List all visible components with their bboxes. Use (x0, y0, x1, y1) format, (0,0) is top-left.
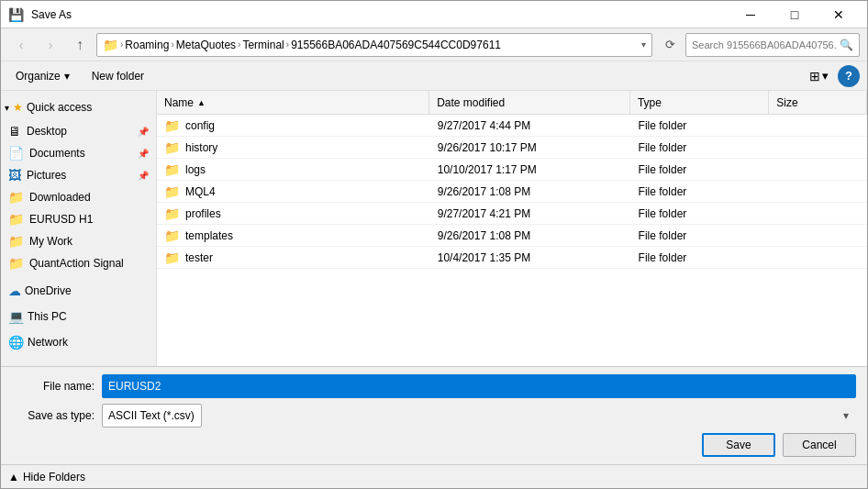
new-folder-button[interactable]: New folder (84, 65, 151, 87)
file-size (770, 225, 867, 246)
file-rows-container: 📁 config 9/27/2017 4:44 PM File folder 📁… (157, 115, 867, 269)
help-button[interactable]: ? (838, 65, 860, 87)
filename-label: File name: (12, 380, 95, 393)
col-header-size[interactable]: Size (769, 91, 867, 114)
close-button[interactable]: ✕ (818, 1, 860, 28)
title-bar-left: 💾 Save As (8, 7, 72, 22)
sidebar-item-quantaction[interactable]: 📁 QuantAction Signal (1, 252, 156, 274)
maximize-button[interactable]: □ (773, 1, 816, 28)
file-date: 9/26/2017 1:08 PM (430, 181, 631, 202)
file-name-cell: 📁 profiles (157, 203, 430, 224)
file-date: 10/4/2017 1:35 PM (430, 247, 631, 268)
onedrive-label: OneDrive (25, 284, 72, 297)
sidebar-item-mywork[interactable]: 📁 My Work (1, 230, 156, 252)
thispc-label: This PC (28, 310, 67, 323)
search-icon: 🔍 (840, 39, 853, 51)
table-row[interactable]: 📁 logs 10/10/2017 1:17 PM File folder (157, 159, 867, 181)
col-header-date[interactable]: Date modified (429, 91, 630, 114)
main-content: ▾ ★ Quick access 🖥 Desktop 📌 📄 Documents… (1, 91, 867, 366)
view-icon: ⊞ (809, 69, 820, 83)
sidebar-item-documents[interactable]: 📄 Documents 📌 (1, 142, 156, 164)
folder-icon: 📁 (164, 184, 180, 199)
sidebar-item-eurusd[interactable]: 📁 EURUSD H1 (1, 208, 156, 230)
organize-chevron-icon: ▾ (64, 70, 70, 83)
file-name-cell: 📁 tester (157, 247, 430, 268)
file-type: File folder (631, 137, 770, 158)
file-date: 9/26/2017 10:17 PM (430, 137, 631, 158)
documents-label: Documents (29, 147, 85, 160)
quick-access-label: Quick access (27, 101, 92, 114)
hide-folders-bar[interactable]: ▲ Hide Folders (1, 464, 867, 488)
sidebar-quick-access-header[interactable]: ▾ ★ Quick access (1, 94, 156, 120)
name-sort-icon: ▲ (197, 98, 206, 107)
desktop-label: Desktop (27, 125, 67, 138)
breadcrumb-terminal[interactable]: Terminal (242, 39, 284, 51)
sidebar-item-desktop[interactable]: 🖥 Desktop 📌 (1, 120, 156, 142)
filename-input[interactable] (102, 374, 856, 398)
breadcrumb-metaquotes[interactable]: MetaQuotes (176, 39, 236, 51)
cancel-button[interactable]: Cancel (783, 433, 856, 457)
table-row[interactable]: 📁 config 9/27/2017 4:44 PM File folder (157, 115, 867, 137)
filetype-select-wrapper: ASCII Text (*.csv) (102, 404, 856, 428)
file-list: Name ▲ Date modified Type Size 📁 config (157, 91, 867, 366)
file-size (770, 159, 867, 180)
mywork-icon: 📁 (8, 234, 24, 249)
minimize-button[interactable]: ─ (729, 1, 772, 28)
sidebar-thispc-header[interactable]: 💻 This PC (1, 304, 156, 329)
file-size (770, 137, 867, 158)
forward-button[interactable]: › (38, 32, 63, 58)
file-date: 9/27/2017 4:21 PM (430, 203, 631, 224)
documents-pin-icon: 📌 (138, 149, 149, 159)
subbar: Organize ▾ New folder ⊞ ▾ ? (1, 61, 867, 91)
sidebar-item-pictures[interactable]: 🖼 Pictures 📌 (1, 164, 156, 186)
back-button[interactable]: ‹ (8, 32, 34, 58)
table-row[interactable]: 📁 profiles 9/27/2017 4:21 PM File folder (157, 203, 867, 225)
file-size (770, 115, 867, 136)
file-date: 9/26/2017 1:08 PM (430, 225, 631, 246)
file-name-cell: 📁 config (157, 115, 430, 136)
file-type: File folder (631, 203, 770, 224)
file-name: config (185, 119, 215, 132)
save-as-dialog: 💾 Save As ─ □ ✕ ‹ › ↑ 📁 › Roaming › Meta… (0, 0, 868, 489)
col-header-name[interactable]: Name ▲ (157, 91, 429, 114)
sidebar-network-header[interactable]: 🌐 Network (1, 329, 156, 355)
desktop-icon: 🖥 (8, 124, 21, 139)
navigation-toolbar: ‹ › ↑ 📁 › Roaming › MetaQuotes › Termina… (1, 28, 867, 61)
up-button[interactable]: ↑ (67, 32, 93, 58)
organize-button[interactable]: Organize ▾ (8, 65, 77, 87)
breadcrumb-guid[interactable]: 915566BA06ADA407569C544CC0D97611 (291, 39, 501, 51)
network-label: Network (28, 336, 68, 349)
search-input[interactable] (692, 39, 836, 50)
filetype-row: Save as type: ASCII Text (*.csv) (12, 404, 856, 428)
table-row[interactable]: 📁 MQL4 9/26/2017 1:08 PM File folder (157, 181, 867, 203)
folder-icon: 📁 (164, 206, 180, 221)
view-button[interactable]: ⊞ ▾ (804, 65, 834, 87)
save-button[interactable]: Save (702, 433, 775, 457)
table-row[interactable]: 📁 templates 9/26/2017 1:08 PM File folde… (157, 225, 867, 247)
sidebar-item-downloaded[interactable]: 📁 Downloaded (1, 186, 156, 208)
table-row[interactable]: 📁 tester 10/4/2017 1:35 PM File folder (157, 247, 867, 269)
breadcrumb-bar[interactable]: 📁 › Roaming › MetaQuotes › Terminal › 91… (96, 33, 652, 57)
file-size (770, 181, 867, 202)
quick-access-chevron-icon: ▾ (5, 103, 9, 113)
pictures-label: Pictures (27, 169, 66, 182)
bottom-bar: File name: Save as type: ASCII Text (*.c… (1, 366, 867, 464)
file-name-cell: 📁 logs (157, 159, 430, 180)
col-header-type[interactable]: Type (630, 91, 769, 114)
file-name: logs (185, 163, 206, 176)
new-folder-label: New folder (92, 70, 144, 83)
sidebar-onedrive-header[interactable]: ☁ OneDrive (1, 278, 156, 304)
view-chevron-icon: ▾ (822, 69, 829, 83)
hide-folders-label: Hide Folders (23, 471, 85, 483)
window-icon: 💾 (8, 7, 24, 22)
refresh-button[interactable]: ⟳ (658, 33, 682, 57)
breadcrumb-roaming[interactable]: Roaming (125, 39, 169, 51)
file-name: MQL4 (185, 185, 216, 198)
filetype-select[interactable]: ASCII Text (*.csv) (102, 404, 202, 428)
help-label: ? (845, 69, 852, 83)
table-row[interactable]: 📁 history 9/26/2017 10:17 PM File folder (157, 137, 867, 159)
pictures-icon: 🖼 (8, 168, 21, 183)
folder-icon: 📁 (164, 250, 180, 265)
filetype-label: Save as type: (12, 409, 95, 422)
documents-icon: 📄 (8, 146, 24, 161)
